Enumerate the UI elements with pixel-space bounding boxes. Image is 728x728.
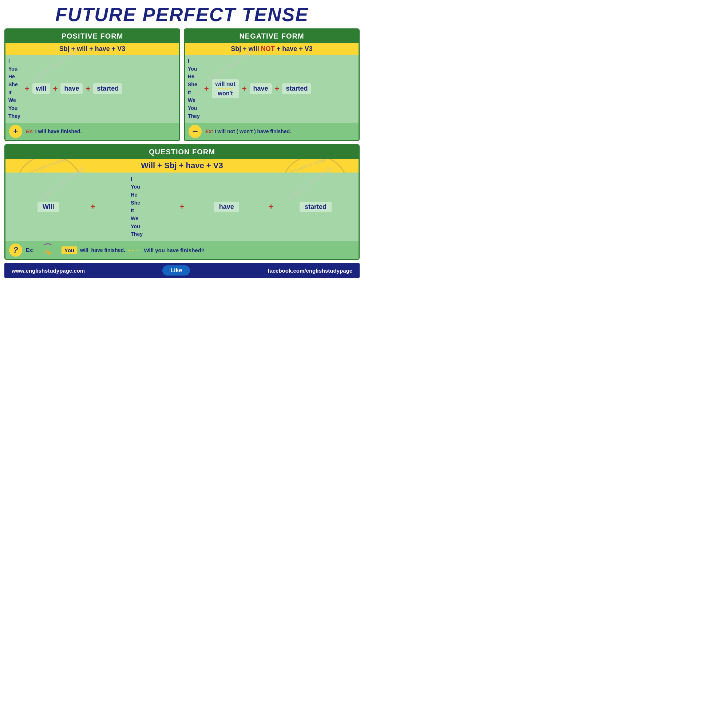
negative-example: − Ex: I will not ( won't ) have finished… [185,123,359,140]
top-row: POSITIVE FORM Sbj + will + have + V3 Eng… [5,28,359,141]
q-will: will [80,247,89,253]
question-icon: ? [9,243,22,257]
question-body: English Study Page English Study Page Wi… [5,173,359,242]
dash-arrow: - - → [128,247,141,253]
page: FUTURE PERFECT TENSE POSITIVE FORM Sbj +… [0,0,364,364]
q-plus1: + [88,202,98,211]
negative-header: NEGATIVE FORM [185,29,359,43]
positive-plus2: + [50,84,61,93]
will-not-divider [217,89,233,89]
negative-will-not: will not won't [212,80,239,98]
q-plus2: + [177,202,187,211]
negative-formula-after: + have + V3 [275,45,313,52]
negative-ex-label: Ex: [205,128,213,134]
negative-ex-sentence: I will not ( won't ) have finished. [215,128,291,134]
negative-plus3: + [272,84,283,93]
q-plus3: + [266,202,276,211]
question-pronouns: IYouHeSheItWeYouThey [131,176,144,239]
positive-have: have [60,83,83,94]
q-rest: have finished. [91,247,125,253]
negative-formula-not: NOT [261,45,275,52]
positive-formula: Sbj + will + have + V3 [5,43,179,55]
footer-left-url: www.englishstudypage.com [12,268,85,274]
q-result: Will you have finished? [144,247,205,253]
question-will: Will [37,202,59,212]
positive-example: + Ex: I will have finished. [5,123,179,140]
arch-container: www.englishstudypage.com www.englishstud… [5,159,359,173]
positive-pronouns: IYouHeSheItWeYouThey [8,57,22,121]
negative-plus1: + [201,84,212,93]
negative-pronouns: IYouHeSheItWeYouThey [188,57,201,121]
positive-panel: POSITIVE FORM Sbj + will + have + V3 Eng… [5,28,180,141]
negative-v3: started [282,83,311,94]
arrow-group: ⌒ ↷ [37,243,59,257]
footer: www.englishstudypage.com Like facebook.c… [5,263,359,278]
positive-v3: started [93,83,122,94]
negative-have: have [250,83,272,94]
question-ex-content: Ex: ⌒ ↷ You will have finished. - - → Wi… [26,243,205,257]
question-header: QUESTION FORM [5,145,359,159]
negative-example-text: Ex: I will not ( won't ) have finished. [205,128,291,134]
positive-body: English Study Page IYouHeSheItWeYouThey … [5,55,179,123]
negative-panel: NEGATIVE FORM Sbj + will NOT + have + V3… [184,28,359,141]
positive-ex-sentence: I will have finished. [35,128,82,134]
wont-bottom: won't [218,90,233,97]
positive-example-text: Ex: I will have finished. [26,128,81,134]
question-example: ? Ex: ⌒ ↷ You will have finished. - - → … [5,241,359,259]
footer-right-url: facebook.com/englishstudypage [268,268,352,274]
negative-formula-before: Sbj + will [231,45,261,52]
negative-body: English Study Page IYouHeSheItWeYouThey … [185,55,359,123]
will-not-top: will not [216,81,236,87]
positive-header: POSITIVE FORM [5,29,179,43]
q-ex-label: Ex: [26,247,34,253]
q-you: You [61,246,77,254]
negative-plus2: + [239,84,250,93]
positive-plus3: + [83,84,93,93]
positive-ex-label: Ex: [26,128,34,134]
question-formula: Will + Sbj + have + V3 [5,161,359,170]
question-have: have [214,202,239,212]
question-v3: started [300,202,332,212]
footer-like-button[interactable]: Like [162,265,190,275]
positive-plus1: + [22,84,32,93]
arrow-yellow-icon: ↷ [44,249,51,258]
page-title: FUTURE PERFECT TENSE [5,4,359,26]
negative-formula: Sbj + will NOT + have + V3 [185,43,359,55]
question-panel: QUESTION FORM www.englishstudypage.com w… [5,144,359,260]
negative-icon: − [188,125,202,138]
positive-will: will [32,83,50,94]
positive-icon: + [9,125,22,138]
